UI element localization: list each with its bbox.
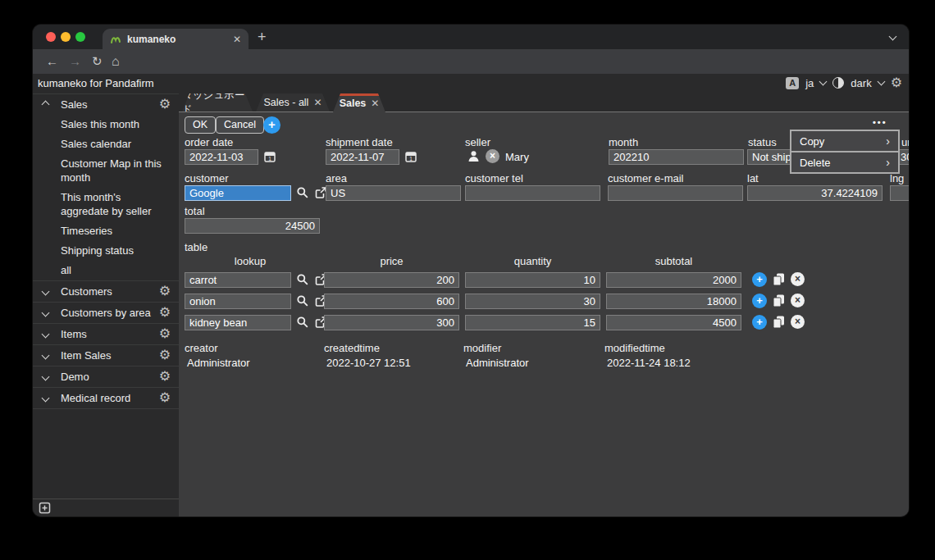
quantity-input[interactable]: 10 <box>465 272 600 288</box>
close-tab-icon[interactable]: ✕ <box>233 34 241 44</box>
sidebar-item-customers[interactable]: Customers ⚙ <box>33 281 179 302</box>
language-select[interactable]: ja <box>805 77 814 89</box>
theme-chevron-icon[interactable] <box>877 78 885 86</box>
calendar-icon[interactable]: 1 <box>404 150 417 163</box>
expand-chevron-icon[interactable] <box>42 330 50 339</box>
settings-gear-icon[interactable]: ⚙ <box>891 76 902 89</box>
lookup-input[interactable]: carrot <box>185 272 291 288</box>
gear-icon[interactable]: ⚙ <box>159 306 171 319</box>
seller-label: seller <box>465 136 490 148</box>
lookup-input[interactable]: kidney bean <box>185 315 291 330</box>
ok-button[interactable]: OK <box>185 116 216 134</box>
expand-chevron-icon[interactable] <box>42 394 50 403</box>
subtotal-input[interactable]: 18000 <box>606 294 741 309</box>
forward-icon[interactable]: → <box>69 54 81 69</box>
lookup-input[interactable]: onion <box>185 294 291 309</box>
subtotal-input[interactable]: 4500 <box>606 315 741 330</box>
context-menu-copy[interactable]: Copy › <box>791 131 898 151</box>
add-row-icon[interactable]: + <box>752 272 767 287</box>
price-input[interactable]: 200 <box>324 272 459 288</box>
close-window-button[interactable] <box>46 32 56 42</box>
sidebar-item-item-sales[interactable]: Item Sales ⚙ <box>33 345 179 366</box>
cancel-button[interactable]: Cancel <box>216 116 264 134</box>
remove-seller-icon[interactable]: × <box>486 149 499 163</box>
reload-icon[interactable]: ↻ <box>92 54 103 69</box>
sidebar-item-customers-by-area[interactable]: Customers by area ⚙ <box>33 303 179 323</box>
sidebar-item-sales-calendar[interactable]: Sales calendar <box>33 134 179 154</box>
expand-chevron-icon[interactable] <box>42 373 50 381</box>
shipment-date-input[interactable]: 2022-11-07 <box>326 149 399 165</box>
delete-row-icon[interactable]: × <box>791 315 805 329</box>
sidebar-item-aggredate-by-seller[interactable]: This month's aggredate by seller <box>33 188 179 221</box>
minimize-window-button[interactable] <box>61 32 71 42</box>
gear-icon[interactable]: ⚙ <box>159 348 171 362</box>
close-icon[interactable]: ✕ <box>313 98 322 107</box>
add-record-icon[interactable]: + <box>263 116 280 134</box>
back-icon[interactable]: ← <box>46 54 58 69</box>
modifier-label: modifier <box>463 342 501 354</box>
expand-chevron-icon[interactable] <box>42 288 50 296</box>
translate-icon[interactable]: A <box>786 77 799 89</box>
context-menu-delete[interactable]: Delete › <box>791 153 898 172</box>
new-tab-button[interactable]: + <box>258 29 267 45</box>
clipped-field-label: ur <box>901 136 909 148</box>
sidebar-item-shipping-status[interactable]: Shipping status <box>33 241 179 261</box>
quantity-input[interactable]: 30 <box>465 294 600 309</box>
customer-tel-input[interactable] <box>465 185 600 201</box>
duplicate-row-icon[interactable] <box>772 294 786 308</box>
month-input[interactable]: 202210 <box>609 149 744 165</box>
customer-input[interactable]: Google <box>185 185 291 201</box>
sidebar-item-sales-this-month[interactable]: Sales this month <box>33 115 179 134</box>
add-app-icon[interactable] <box>39 502 51 514</box>
add-row-icon[interactable]: + <box>752 315 767 330</box>
duplicate-row-icon[interactable] <box>772 315 786 330</box>
tab-search-chevron-icon[interactable] <box>889 33 897 41</box>
price-input[interactable]: 600 <box>324 294 459 309</box>
calendar-icon[interactable]: 1 <box>263 150 276 163</box>
sidebar-item-demo[interactable]: Demo ⚙ <box>33 367 179 387</box>
gear-icon[interactable]: ⚙ <box>159 98 171 111</box>
sidebar-item-sales[interactable]: Sales ⚙ <box>33 94 179 115</box>
app-header: kumaneko for Pandafirm A ja dark ⚙ <box>33 74 909 93</box>
duplicate-row-icon[interactable] <box>772 272 786 287</box>
tab-sales[interactable]: Sales ✕ <box>333 93 385 112</box>
desktop: { "browser": { "tab_title": "kumaneko", … <box>0 0 935 560</box>
sidebar-item-medical-record[interactable]: Medical record ⚙ <box>33 388 179 408</box>
search-icon[interactable] <box>296 273 309 286</box>
lat-input[interactable]: 37.4224109 <box>747 185 883 201</box>
subtotal-input[interactable]: 2000 <box>606 272 741 288</box>
lng-input[interactable] <box>890 185 909 201</box>
zoom-window-button[interactable] <box>75 32 85 42</box>
area-input[interactable]: US <box>326 185 461 201</box>
total-input[interactable]: 24500 <box>185 218 320 234</box>
delete-row-icon[interactable]: × <box>791 272 805 286</box>
home-icon[interactable]: ⌂ <box>112 54 120 69</box>
sidebar-item-items[interactable]: Items ⚙ <box>33 324 179 344</box>
customer-email-input[interactable] <box>608 185 743 201</box>
search-icon[interactable] <box>296 316 309 329</box>
gear-icon[interactable]: ⚙ <box>159 391 171 404</box>
gear-icon[interactable]: ⚙ <box>159 370 171 383</box>
price-input[interactable]: 300 <box>324 315 459 330</box>
sidebar-item-all[interactable]: all <box>33 261 179 280</box>
browser-tab[interactable]: kumaneko ✕ <box>103 29 249 49</box>
add-row-icon[interactable]: + <box>752 294 767 308</box>
search-icon[interactable] <box>296 186 309 199</box>
quantity-input[interactable]: 15 <box>465 315 600 330</box>
sidebar-item-customer-map[interactable]: Customer Map in this month <box>33 154 179 188</box>
close-icon[interactable]: ✕ <box>371 98 379 108</box>
collapse-chevron-icon[interactable] <box>42 101 50 109</box>
more-options-icon[interactable]: ••• <box>873 117 887 127</box>
delete-row-icon[interactable]: × <box>791 294 805 307</box>
gear-icon[interactable]: ⚙ <box>159 285 171 298</box>
theme-select[interactable]: dark <box>851 77 871 89</box>
search-icon[interactable] <box>296 294 309 307</box>
tab-sales-all[interactable]: Sales - all ✕ <box>256 93 330 112</box>
gear-icon[interactable]: ⚙ <box>159 327 171 340</box>
expand-chevron-icon[interactable] <box>42 309 50 317</box>
language-chevron-icon[interactable] <box>819 78 828 86</box>
expand-chevron-icon[interactable] <box>42 352 50 360</box>
tab-dashboard[interactable]: ダッシュボード <box>182 93 253 112</box>
sidebar-item-timeseries[interactable]: Timeseries <box>33 221 179 241</box>
order-date-input[interactable]: 2022-11-03 <box>185 149 258 165</box>
